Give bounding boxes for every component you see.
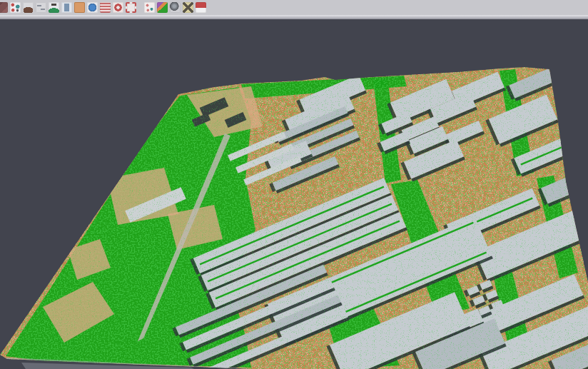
toolbar-group-separator <box>138 2 142 13</box>
surface-model-icon[interactable] <box>49 2 59 13</box>
render-sphere-icon[interactable] <box>170 2 181 13</box>
viewport-3d[interactable] <box>0 19 588 369</box>
classification-colors-icon[interactable] <box>157 2 168 13</box>
target-circle-icon[interactable] <box>113 2 123 13</box>
sample-points-icon[interactable] <box>144 2 155 13</box>
flag-material-icon[interactable] <box>196 2 206 13</box>
classify-points-icon[interactable] <box>10 2 21 13</box>
profile-view-icon[interactable] <box>61 2 72 13</box>
terrain-icon[interactable] <box>23 2 34 13</box>
globe-view-icon[interactable] <box>87 2 98 13</box>
main-toolbar <box>0 0 588 15</box>
select-region-icon[interactable] <box>126 2 136 13</box>
orthophoto-icon[interactable] <box>74 2 85 13</box>
measure-cross-icon[interactable] <box>183 2 193 13</box>
point-density-icon[interactable] <box>36 2 46 13</box>
layer-list-icon[interactable] <box>100 2 111 13</box>
point-cloud-scene <box>0 19 588 369</box>
clip-box-icon[interactable] <box>0 2 8 13</box>
